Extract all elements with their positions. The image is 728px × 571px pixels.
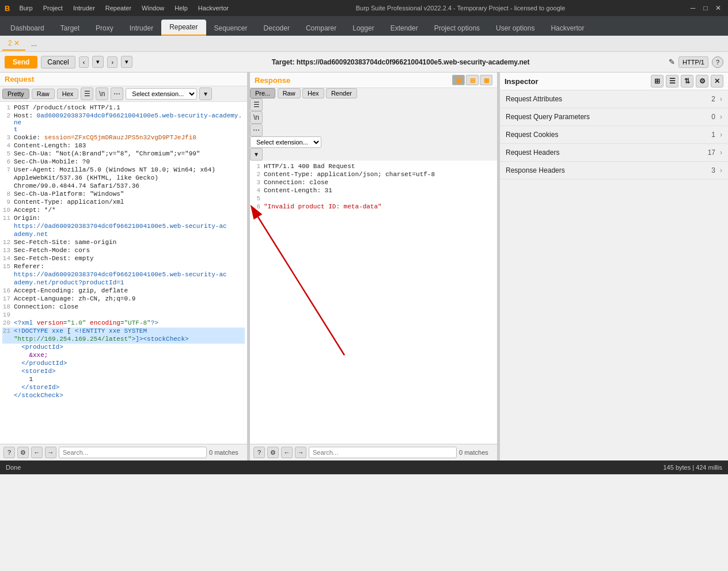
request-raw-btn[interactable]: Raw [32, 89, 55, 99]
tab-decoder[interactable]: Decoder [256, 21, 298, 36]
tab-logger[interactable]: Logger [344, 21, 382, 36]
request-search-prev-icon[interactable]: ← [31, 447, 43, 458]
req-line-28: </stockCheck> [2, 392, 245, 400]
req-line-23: &xxe; [2, 352, 245, 360]
request-hex-btn[interactable]: Hex [57, 89, 79, 99]
inspector-grid-icon[interactable]: ⊞ [651, 75, 663, 87]
tab-comparer[interactable]: Comparer [298, 21, 344, 36]
menu-burp[interactable]: Burp [14, 3, 37, 13]
response-search-input[interactable] [309, 447, 457, 458]
response-title: Response [255, 76, 290, 85]
prev-dropdown-button[interactable]: ▾ [92, 56, 104, 68]
response-dots-icon[interactable]: ⋯ [250, 124, 263, 136]
response-panel: Response ▣ ▤ ▦ Pre... Raw Hex Render ☰ \… [250, 73, 498, 460]
prev-button[interactable]: ‹ [79, 56, 89, 68]
response-format-icon[interactable]: ☰ [250, 98, 263, 111]
request-format-icon[interactable]: ☰ [81, 87, 93, 100]
resp-line-2: 2 Content-Type: application/json; charse… [252, 171, 495, 179]
inspector-row-request-headers[interactable]: Request Headers 17 › [500, 144, 728, 162]
response-pretty-btn[interactable]: Pre... [250, 88, 275, 98]
request-content[interactable]: 1 POST /product/stock HTTP/1.1 2 Host: 0… [0, 102, 247, 444]
response-content[interactable]: 1 HTTP/1.1 400 Bad Request 2 Content-Typ… [250, 161, 497, 444]
menu-hackvertor[interactable]: Hackvertor [194, 3, 233, 13]
request-newline-icon[interactable]: \n [96, 87, 108, 100]
inspector-row-query-params[interactable]: Request Query Parameters 0 › [500, 108, 728, 126]
request-ext-dropdown-icon[interactable]: ▾ [199, 87, 212, 100]
inspector-settings-icon[interactable]: ⚙ [696, 75, 708, 87]
inspector-list-icon[interactable]: ☰ [666, 75, 678, 87]
request-search-help-icon[interactable]: ? [3, 447, 15, 458]
tab-user-options[interactable]: User options [488, 21, 543, 36]
tab-intruder[interactable]: Intruder [122, 21, 161, 36]
request-search-input[interactable] [59, 447, 207, 458]
response-search-next-icon[interactable]: → [295, 447, 306, 458]
http-version-button[interactable]: HTTP/1 [678, 56, 708, 68]
response-render-btn[interactable]: Render [326, 88, 357, 98]
resp-line-4: 4 Content-Length: 31 [252, 187, 495, 195]
maximize-button[interactable]: □ [700, 3, 711, 13]
subtab-2[interactable]: 2 ✕ [2, 37, 25, 51]
view-toggle-2[interactable]: ▤ [466, 75, 479, 85]
app-icon: B [5, 4, 10, 13]
tab-proxy[interactable]: Proxy [88, 21, 122, 36]
inspector-row-cookies[interactable]: Request Cookies 1 › [500, 126, 728, 144]
response-select-extension[interactable]: Select extension... [250, 136, 321, 148]
tab-extender[interactable]: Extender [382, 21, 426, 36]
tab-target[interactable]: Target [52, 21, 88, 36]
req-line-17: 17 Accept-Language: zh-CN, zh;q=0.9 [2, 295, 245, 303]
view-toggle-3[interactable]: ▦ [480, 75, 492, 85]
tab-dashboard[interactable]: Dashboard [2, 21, 52, 36]
request-search-next-icon[interactable]: → [45, 447, 56, 458]
menu-project[interactable]: Project [39, 3, 67, 13]
response-ext-dropdown-icon[interactable]: ▾ [250, 148, 263, 161]
tab-sequencer[interactable]: Sequencer [206, 21, 256, 36]
request-search-bar: ? ⚙ ← → 0 matches [0, 444, 247, 460]
help-button[interactable]: ? [712, 56, 723, 68]
response-search-bar: ? ⚙ ← → 0 matches [250, 444, 497, 460]
minimize-button[interactable]: ─ [688, 3, 698, 13]
inspector-row-response-headers[interactable]: Response Headers 3 › [500, 162, 728, 180]
inspector-count-request-attributes: 2 [711, 95, 715, 103]
menu-intruder[interactable]: Intruder [69, 3, 100, 13]
response-search-settings-icon[interactable]: ⚙ [267, 447, 279, 458]
menu-bar: Burp Project Intruder Repeater Window He… [14, 3, 233, 13]
next-button[interactable]: › [107, 56, 117, 68]
response-raw-btn[interactable]: Raw [278, 88, 301, 98]
req-line-7c: Chrome/99.0.4844.74 Safari/537.36 [2, 182, 245, 191]
inspector-title: Inspector [505, 77, 651, 86]
req-line-9: 9 Content-Type: application/xml [2, 199, 245, 207]
response-search-help-icon[interactable]: ? [253, 447, 265, 458]
request-pretty-btn[interactable]: Pretty [2, 89, 29, 99]
cancel-button[interactable]: Cancel [41, 56, 75, 68]
req-line-21b: "http://169.254.169.254/latest">]><stock… [2, 336, 245, 344]
req-line-21: 21 <!DOCTYPE xxe [ <!ENTITY xxe SYSTEM [2, 328, 245, 336]
response-newline-icon[interactable]: \n [250, 111, 263, 124]
menu-window[interactable]: Window [137, 3, 169, 13]
request-header: Request [0, 73, 247, 86]
req-line-25: <storeId> [2, 368, 245, 376]
close-button[interactable]: ✕ [713, 3, 723, 13]
status-left: Done [6, 464, 21, 471]
req-line-6: 6 Sec-Ch-Ua-Mobile: ?0 [2, 158, 245, 166]
request-select-extension[interactable]: Select extension... [126, 88, 197, 100]
view-toggle-1[interactable]: ▣ [452, 75, 465, 85]
tab-repeater[interactable]: Repeater [161, 20, 206, 36]
tab-project-options[interactable]: Project options [426, 21, 488, 36]
content-area: Request Pretty Raw Hex ☰ \n ⋯ Select ext… [0, 73, 728, 460]
inspector-sort-icon[interactable]: ⇅ [681, 75, 693, 87]
menu-repeater[interactable]: Repeater [101, 3, 136, 13]
next-dropdown-button[interactable]: ▾ [121, 56, 132, 68]
resp-line-1: 1 HTTP/1.1 400 Bad Request [252, 163, 495, 171]
response-hex-btn[interactable]: Hex [302, 88, 324, 98]
inspector-row-request-attributes[interactable]: Request Attributes 2 › [500, 90, 728, 108]
inspector-close-icon[interactable]: ✕ [711, 75, 723, 87]
edit-target-icon[interactable]: ✎ [669, 58, 675, 66]
subtab-more[interactable]: ... [25, 37, 43, 50]
request-dots-icon[interactable]: ⋯ [111, 87, 123, 100]
response-search-prev-icon[interactable]: ← [281, 447, 293, 458]
request-search-settings-icon[interactable]: ⚙ [17, 447, 29, 458]
send-button[interactable]: Send [5, 56, 37, 68]
inspector-arrow-query-params: › [720, 113, 722, 121]
menu-help[interactable]: Help [170, 3, 192, 13]
tab-hackvertor[interactable]: Hackvertor [543, 21, 592, 36]
